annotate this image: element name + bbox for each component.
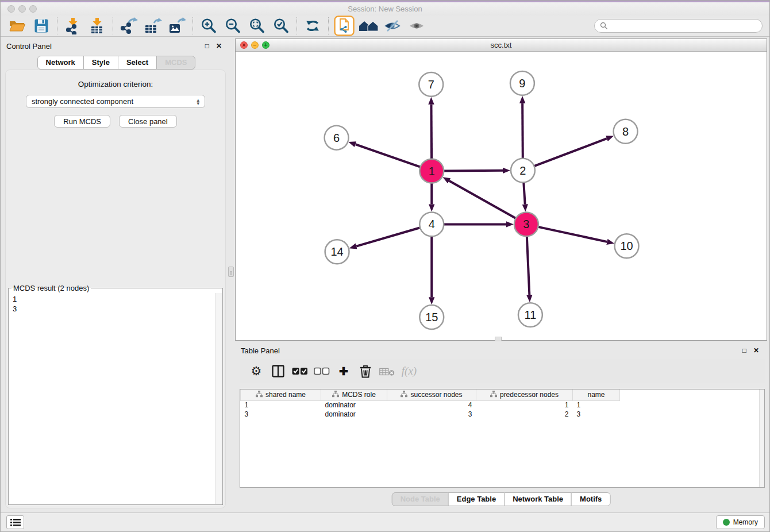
- column-header-successor-nodes[interactable]: successor nodes: [387, 390, 476, 400]
- table-cell[interactable]: 1: [476, 400, 573, 410]
- task-history-button[interactable]: [6, 515, 24, 529]
- deselect-all-button[interactable]: [311, 361, 333, 381]
- column-header-predecessor-nodes[interactable]: predecessor nodes: [476, 390, 573, 400]
- maximize-network-button[interactable]: +: [262, 41, 270, 49]
- export-network-button[interactable]: [117, 17, 141, 36]
- tab-network-table[interactable]: Network Table: [504, 492, 572, 506]
- network-graph[interactable]: 7968124314101511: [236, 52, 767, 340]
- column-header-name[interactable]: name: [573, 390, 620, 400]
- show-graphics-details-button[interactable]: [405, 17, 429, 36]
- duplicate-network-button[interactable]: [332, 17, 356, 36]
- table-cell[interactable]: 3: [241, 410, 321, 419]
- home-button[interactable]: [356, 17, 380, 36]
- hide-graphics-details-button[interactable]: [380, 17, 405, 36]
- float-panel-icon[interactable]: □: [205, 43, 209, 49]
- column-header-shared-name[interactable]: shared name: [241, 390, 321, 400]
- graph-node-9[interactable]: 9: [510, 71, 534, 95]
- horizontal-splitter-handle[interactable]: [495, 337, 502, 341]
- table-row[interactable]: 3dominator323: [241, 410, 765, 419]
- graph-edge-1-7[interactable]: [431, 105, 432, 159]
- table-scrollbar[interactable]: [759, 390, 764, 487]
- graph-edge-1-6[interactable]: [356, 144, 421, 167]
- import-table-button[interactable]: [85, 17, 109, 36]
- open-session-button[interactable]: [5, 17, 29, 36]
- search-input[interactable]: [611, 22, 757, 30]
- graph-edge-4-14[interactable]: [356, 228, 420, 246]
- search-box[interactable]: [594, 19, 763, 33]
- table-row[interactable]: 1dominator411: [241, 400, 765, 410]
- table-settings-button[interactable]: ⚙: [245, 361, 267, 381]
- close-panel-icon[interactable]: ✕: [216, 43, 222, 49]
- minimize-network-button[interactable]: −: [251, 41, 259, 49]
- table-cell-filler: [620, 400, 765, 410]
- close-table-panel-icon[interactable]: ✕: [753, 347, 759, 354]
- graph-node-4[interactable]: 4: [419, 212, 444, 236]
- table-panel-title: Table Panel: [241, 346, 280, 355]
- run-mcds-button[interactable]: Run MCDS: [54, 115, 110, 128]
- eye-slash-icon: [384, 18, 401, 33]
- graph-edge-3-1[interactable]: [449, 181, 516, 218]
- select-all-button[interactable]: [289, 361, 311, 381]
- graph-node-14[interactable]: 14: [325, 240, 349, 264]
- add-column-button[interactable]: ✚: [333, 361, 355, 381]
- float-table-panel-icon[interactable]: □: [742, 347, 746, 354]
- graph-edge-2-9[interactable]: [522, 103, 523, 159]
- tab-style[interactable]: Style: [83, 56, 118, 70]
- maximize-window-button[interactable]: [29, 5, 37, 13]
- graph-node-1[interactable]: 1: [419, 159, 444, 183]
- tab-mcds[interactable]: MCDS: [156, 56, 195, 70]
- column-header-MCDS-role[interactable]: MCDS role: [321, 390, 387, 400]
- export-image-button[interactable]: [165, 17, 189, 36]
- tab-node-table[interactable]: Node Table: [392, 492, 449, 506]
- table-cell[interactable]: dominator: [321, 410, 387, 419]
- graph-edge-3-10[interactable]: [538, 227, 607, 242]
- graph-node-8[interactable]: 8: [614, 119, 638, 144]
- graph-node-10[interactable]: 10: [615, 234, 639, 258]
- graph-edge-1-2[interactable]: [444, 171, 503, 171]
- criterion-select[interactable]: strongly connected component ▴▾: [26, 95, 205, 108]
- graph-edge-3-11[interactable]: [527, 236, 530, 295]
- network-window-titlebar[interactable]: × − + scc.txt: [236, 39, 767, 52]
- graph-edge-2-3[interactable]: [523, 183, 525, 205]
- table-cell[interactable]: 3: [573, 410, 620, 419]
- close-window-button[interactable]: [7, 5, 15, 13]
- table-cell[interactable]: 3: [387, 410, 476, 419]
- graph-node-2[interactable]: 2: [511, 159, 535, 183]
- memory-button[interactable]: Memory: [716, 515, 765, 529]
- tab-select[interactable]: Select: [118, 56, 157, 70]
- close-panel-button[interactable]: Close panel: [119, 115, 177, 128]
- network-canvas[interactable]: 7968124314101511: [236, 52, 767, 340]
- show-columns-button[interactable]: [267, 361, 289, 381]
- zoom-selected-button[interactable]: [269, 17, 293, 36]
- minimize-window-button[interactable]: [18, 5, 26, 13]
- result-scrollbar[interactable]: [215, 293, 222, 504]
- graph-node-15[interactable]: 15: [419, 305, 444, 329]
- graph-node-11[interactable]: 11: [518, 303, 542, 327]
- tab-network[interactable]: Network: [37, 56, 84, 70]
- table-cell[interactable]: 1: [241, 400, 321, 410]
- vertical-splitter-handle[interactable]: [228, 267, 234, 277]
- table-cell[interactable]: 1: [573, 400, 620, 410]
- window-controls[interactable]: [7, 5, 37, 13]
- refresh-layout-button[interactable]: [301, 17, 325, 36]
- save-session-button[interactable]: [29, 17, 53, 36]
- delete-column-button[interactable]: [355, 361, 376, 381]
- tab-edge-table[interactable]: Edge Table: [448, 492, 505, 506]
- table-cell[interactable]: dominator: [321, 400, 387, 410]
- zoom-in-button[interactable]: [197, 17, 221, 36]
- import-network-button[interactable]: [61, 17, 85, 36]
- graph-edge-2-8[interactable]: [534, 138, 607, 166]
- graph-node-7[interactable]: 7: [419, 72, 443, 97]
- tab-motifs[interactable]: Motifs: [571, 492, 610, 506]
- close-network-button[interactable]: ×: [240, 41, 248, 49]
- zoom-out-button[interactable]: [221, 17, 245, 36]
- table-cell[interactable]: 2: [476, 410, 573, 419]
- zoom-fit-button[interactable]: [245, 17, 269, 36]
- svg-text:11: 11: [525, 309, 537, 321]
- svg-text:10: 10: [620, 240, 633, 252]
- table-cell[interactable]: 4: [387, 400, 476, 410]
- network-window-controls[interactable]: × − +: [240, 41, 270, 49]
- export-table-button[interactable]: [141, 17, 165, 36]
- graph-node-3[interactable]: 3: [514, 212, 538, 236]
- graph-node-6[interactable]: 6: [325, 126, 349, 150]
